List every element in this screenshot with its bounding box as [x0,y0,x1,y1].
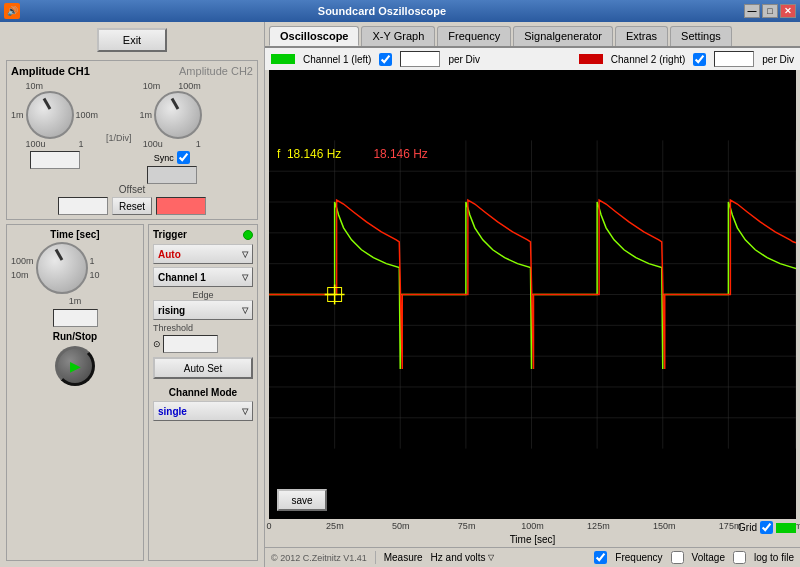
amplitude-ch2-title: Amplitude CH2 [179,65,253,77]
main-container: Exit Amplitude CH1 Amplitude CH2 10m 1m … [0,22,800,567]
time-axis-label: Time [sec] [510,534,556,545]
ch1-per-div-unit: per Div [448,54,480,65]
amplitude-columns: 10m 1m 100m 100u 1 200m [11,81,253,184]
time-bottom-label: 1m [11,296,139,306]
ch2-label: Channel 2 (right) [611,54,685,65]
tab-signalgenerator[interactable]: Signalgenerator [513,26,613,46]
time-labels-right: 1 10 [90,256,100,280]
ch2-checkbox[interactable] [693,53,706,66]
trigger-edge-dropdown[interactable]: rising ▽ [153,300,253,320]
ch2-value-row: 200m [147,166,197,184]
ch1-per-div[interactable]: 200m [400,51,440,67]
trigger-channel-dropdown[interactable]: Channel 1 ▽ [153,267,253,287]
freq-f-label: f [277,147,281,161]
ch2-top-left-label: 10m [143,81,161,91]
ch1-value-input[interactable]: 200m [30,151,80,169]
time-axis: 0 25m 50m 75m 100m 125m 150m 175m 200m G… [265,519,800,547]
ch2-value-input[interactable]: 200m [147,166,197,184]
ch1-left-label: 1m [11,110,24,120]
tick-150m: 150m [653,521,676,531]
exit-button[interactable]: Exit [97,28,167,52]
left-panel: Exit Amplitude CH1 Amplitude CH2 10m 1m … [0,22,265,567]
minimize-button[interactable]: — [744,4,760,18]
freq-ch2-value: 18.146 Hz [373,147,427,161]
reset-button[interactable]: Reset [112,197,152,215]
threshold-row: ⊙ 0.01 [153,335,253,353]
time-title: Time [sec] [11,229,139,240]
window-controls: — □ ✕ [744,4,796,18]
log-checkbox[interactable] [733,551,746,564]
grid-checkbox[interactable] [760,521,773,534]
amplitude-ch1-knob-group: 10m 1m 100m 100u 1 200m [11,81,98,184]
time-knob[interactable] [36,242,88,294]
ch1-label: Channel 1 (left) [303,54,371,65]
time-labels-left: 100m 10m [11,256,34,280]
grid-label: Grid [738,522,757,533]
sync-checkbox[interactable] [177,151,190,164]
tab-xy-graph[interactable]: X-Y Graph [361,26,435,46]
frequency-checkbox[interactable] [594,551,607,564]
bottom-left-section: Time [sec] 100m 10m 1 10 1m [6,224,258,561]
run-stop-label: Run/Stop [53,331,97,342]
threshold-icon: ⊙ [153,339,161,349]
ch1-bottom-left-label: 100u [26,139,46,149]
offset-row: 0.000 Reset 0.000 [58,197,206,215]
run-stop-button[interactable] [55,346,95,386]
save-button[interactable]: save [277,489,327,511]
channel-mode-section: Channel Mode single ▽ [153,387,253,421]
trigger-mode-dropdown[interactable]: Auto ▽ [153,244,253,264]
amplitude-header: Amplitude CH1 Amplitude CH2 [11,65,253,77]
frequency-label: Frequency [615,552,662,563]
tabs-bar: Oscilloscope X-Y Graph Frequency Signalg… [265,22,800,46]
scope-display: f 18.146 Hz 18.146 Hz save [269,70,796,519]
ch1-bottom-right-label: 1 [79,139,84,149]
measure-dropdown[interactable]: Hz and volts ▽ [431,552,494,563]
scope-grid-svg: f 18.146 Hz 18.146 Hz [269,70,796,519]
tick-0: 0 [266,521,271,531]
tick-75m: 75m [458,521,476,531]
grid-color-indicator [776,523,796,533]
measure-label: Measure [384,552,423,563]
offset-section: Offset 0.000 Reset 0.000 [11,184,253,215]
window-title: Soundcard Oszilloscope [20,5,744,17]
title-bar: 🔊 Soundcard Oszilloscope — □ ✕ [0,0,800,22]
div-label: [1/Div] [106,81,132,184]
ch2-bottom-right-label: 1 [196,139,201,149]
ch2-bottom-left-label: 100u [143,139,163,149]
ch2-per-div-unit: per Div [762,54,794,65]
tab-settings[interactable]: Settings [670,26,732,46]
amplitude-ch2-knob[interactable] [154,91,202,139]
threshold-input[interactable]: 0.01 [163,335,218,353]
tick-50m: 50m [392,521,410,531]
ch2-indicator [579,54,603,64]
auto-set-button[interactable]: Auto Set [153,357,253,379]
tab-frequency[interactable]: Frequency [437,26,511,46]
ch1-sync-row: 200m [30,151,80,169]
tab-extras[interactable]: Extras [615,26,668,46]
amplitude-ch1-knob[interactable] [26,91,74,139]
bottom-bar: © 2012 C.Zeitnitz V1.41 Measure Hz and v… [265,547,800,567]
grid-control: Grid [738,521,796,534]
trigger-section: Trigger Auto ▽ Channel 1 ▽ Edge rising ▽… [148,224,258,561]
ch2-per-div[interactable]: 200m [714,51,754,67]
offset-ch2-input[interactable]: 0.000 [156,197,206,215]
amplitude-ch2-knob-group: 10m 100m 1m 100u 1 Sync [140,81,205,184]
trigger-header: Trigger [153,229,253,240]
ch2-top-right-label: 100m [178,81,201,91]
ch2-sync-row: Sync [154,151,190,164]
ch2-left-label: 1m [140,110,153,120]
ch1-checkbox[interactable] [379,53,392,66]
crosshair-marker [325,285,345,305]
channel-controls: Channel 1 (left) 200m per Div Channel 2 … [265,46,800,70]
close-button[interactable]: ✕ [780,4,796,18]
threshold-label: Threshold [153,323,253,333]
offset-ch1-input[interactable]: 0.000 [58,197,108,215]
channel-mode-label: Channel Mode [153,387,253,398]
tab-oscilloscope[interactable]: Oscilloscope [269,26,359,46]
voltage-checkbox[interactable] [671,551,684,564]
time-value-input[interactable]: 200m [53,309,98,327]
run-stop-section: Run/Stop [11,331,139,386]
trigger-led [243,230,253,240]
channel-mode-dropdown[interactable]: single ▽ [153,401,253,421]
maximize-button[interactable]: □ [762,4,778,18]
